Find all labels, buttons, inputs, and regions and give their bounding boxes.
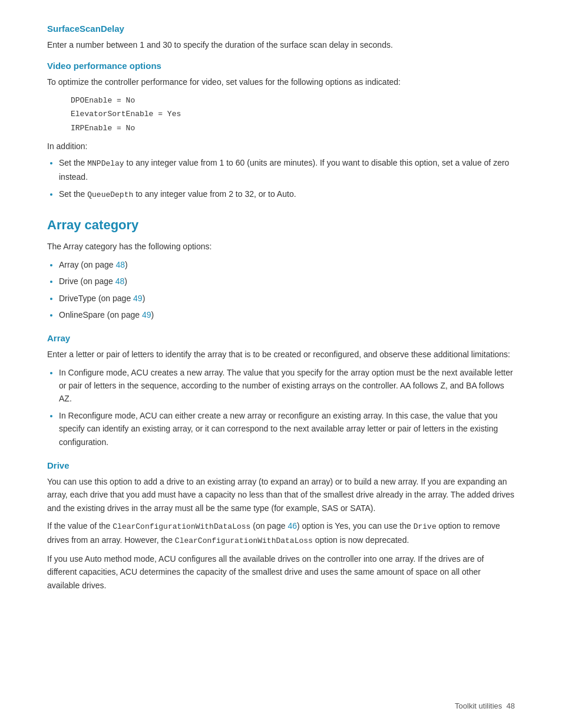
- link-item-drive: Drive (on page 48): [59, 275, 515, 288]
- link-array-suffix: ): [125, 260, 128, 269]
- drive-para1: You can use this option to add a drive t…: [47, 475, 515, 515]
- vp-bullet2-code: QueueDepth: [87, 190, 133, 199]
- link-drivetype-text: DriveType (on page: [59, 294, 133, 303]
- link-drivetype-suffix: ): [143, 294, 146, 303]
- code-line-3: IRPEnable = No: [71, 121, 515, 135]
- in-addition-label: In addition:: [47, 140, 515, 153]
- link-drive-suffix: ): [124, 276, 127, 286]
- drive-para2-code2: Drive: [414, 522, 437, 531]
- link-onlinespare-text: OnlineSpare (on page: [59, 310, 142, 319]
- array-bullet-1: In Configure mode, ACU creates a new arr…: [59, 366, 515, 406]
- link-drive-text: Drive (on page: [59, 276, 115, 286]
- array-bullet-2: In Reconfigure mode, ACU can either crea…: [59, 409, 515, 449]
- video-performance-code: DPOEnable = No ElevatorSortEnable = Yes …: [71, 94, 515, 135]
- video-performance-intro: To optimize the controller performance f…: [47, 75, 515, 88]
- link-item-onlinespare: OnlineSpare (on page 49): [59, 308, 515, 321]
- link-item-drivetype: DriveType (on page 49): [59, 292, 515, 305]
- drive-para2-code3: ClearConfigurationWithDataLoss: [175, 536, 313, 545]
- drive-para2-link-prefix: (on page: [250, 521, 287, 531]
- drive-para2-link-page[interactable]: 46: [287, 521, 297, 531]
- drive-para2-suffix: option is now deprecated.: [313, 535, 409, 545]
- array-subtitle: Array: [47, 333, 515, 343]
- link-onlinespare-page[interactable]: 49: [142, 310, 151, 319]
- video-performance-section: Video performance options To optimize th…: [47, 61, 515, 201]
- array-category-links-list: Array (on page 48) Drive (on page 48) Dr…: [59, 258, 515, 322]
- vp-bullet1-code: MNPDelay: [87, 159, 124, 168]
- drive-subtitle: Drive: [47, 460, 515, 470]
- vp-bullet2-prefix: Set the: [59, 189, 87, 199]
- link-drive-page[interactable]: 48: [115, 276, 125, 286]
- footer-page: 48: [507, 701, 515, 710]
- drive-para3: If you use Auto method mode, ACU configu…: [47, 552, 515, 592]
- video-bullet-1: Set the MNPDelay to any integer value fr…: [59, 156, 515, 183]
- video-bullet-2: Set the QueueDepth to any integer value …: [59, 187, 515, 202]
- drive-para2-prefix: If the value of the: [47, 521, 113, 531]
- link-array-text: Array (on page: [59, 260, 116, 269]
- drive-para2-code1: ClearConfigurationWithDataLoss: [113, 522, 250, 531]
- link-drivetype-page[interactable]: 49: [133, 294, 143, 303]
- vp-bullet2-suffix: to any integer value from 2 to 32, or to…: [133, 189, 296, 199]
- array-category-intro: The Array category has the following opt…: [47, 240, 515, 253]
- array-bullets-list: In Configure mode, ACU creates a new arr…: [59, 366, 515, 449]
- code-line-1: DPOEnable = No: [71, 94, 515, 107]
- page-footer: Toolkit utilities 48: [455, 701, 515, 710]
- surface-scan-delay-section: SurfaceScanDelay Enter a number between …: [47, 24, 515, 51]
- array-intro: Enter a letter or pair of letters to ide…: [47, 348, 515, 361]
- link-item-array: Array (on page 48): [59, 258, 515, 271]
- video-performance-title: Video performance options: [47, 61, 515, 71]
- code-line-2: ElevatorSortEnable = Yes: [71, 107, 515, 121]
- link-onlinespare-suffix: ): [151, 310, 154, 319]
- link-array-page[interactable]: 48: [116, 260, 125, 269]
- vp-bullet1-suffix: to any integer value from 1 to 60 (units…: [59, 158, 509, 182]
- surface-scan-delay-title: SurfaceScanDelay: [47, 24, 515, 34]
- video-performance-list: Set the MNPDelay to any integer value fr…: [59, 156, 515, 201]
- surface-scan-delay-description: Enter a number between 1 and 30 to speci…: [47, 38, 515, 51]
- drive-para2-mid: option is Yes, you can use the: [300, 521, 414, 531]
- page: SurfaceScanDelay Enter a number between …: [0, 0, 562, 728]
- vp-bullet1-prefix: Set the: [59, 158, 87, 167]
- drive-para2: If the value of the ClearConfigurationWi…: [47, 519, 515, 548]
- array-category-section: Array category The Array category has th…: [47, 218, 515, 592]
- footer-text: Toolkit utilities: [455, 701, 502, 710]
- array-category-title: Array category: [47, 218, 515, 233]
